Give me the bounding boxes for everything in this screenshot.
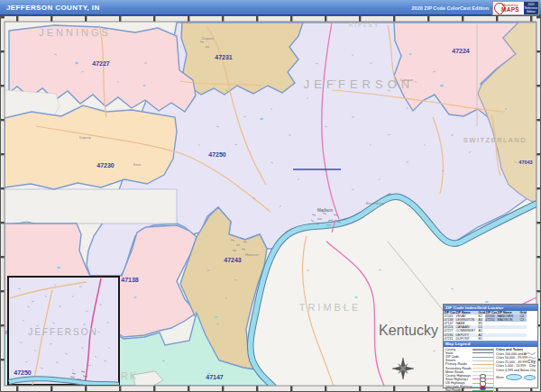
county-label-jennings: JENNINGS (39, 27, 111, 38)
logo-side-panel: 2020 Reference Edition (524, 2, 538, 14)
county-label-trimble: TRIMBLE (299, 302, 362, 313)
inset-zip-label: 47250 (14, 369, 32, 376)
city-text-sample: City (529, 364, 536, 368)
town-label-kent: Kent (133, 162, 142, 167)
zip-label-47250: 47250 (208, 151, 226, 158)
legend-line-sample (472, 388, 493, 392)
ruler-top (5, 15, 536, 22)
title-bar: JEFFERSON COUNTY, IN 2020 ZIP Code Color… (0, 0, 541, 15)
zip-label-47231: 47231 (215, 54, 233, 60)
logo-graphic: Marketing MAPS (493, 2, 524, 14)
logo-main-text: MAPS (501, 6, 519, 13)
zip-label-47243: 47243 (224, 257, 242, 263)
county-area-west (5, 189, 177, 223)
legend-item: Rail Roads (445, 388, 493, 392)
county-label-clark-clipped: RK (121, 370, 138, 381)
state-label-kentucky: Kentucky (379, 323, 438, 338)
index-cell: DUPONT (455, 337, 478, 341)
zip-label-47147: 47147 (206, 374, 224, 380)
edition-label: 2020 ZIP Code ColorCast Edition (412, 5, 489, 11)
town-label-canaan: Canaan (400, 77, 413, 82)
lake-sample-icon (506, 374, 522, 380)
zip-region-47231 (181, 23, 303, 95)
city-size-item: Cities 4,999 and BelowCity (496, 369, 536, 373)
town-label-deputy: Deputy (79, 135, 91, 140)
city-text-sample: City (530, 369, 536, 372)
map-legend-title: Map Legend (444, 341, 537, 347)
town-label-madison: Madison (317, 208, 334, 213)
logo-side-line3: Edition (524, 10, 538, 14)
city-size-item: Cities 5,000 - 24,999City (496, 364, 536, 369)
zip-label-47138: 47138 (121, 277, 139, 283)
madison-inset: JEFFERSON 47250 (8, 277, 119, 385)
zip-region-47230 (5, 105, 177, 189)
map-legend-body: CountyStateZIP CodeStreetsPrimary RoadsS… (444, 347, 537, 392)
legend-panel: ZIP Code Index/Grid Locator ZIP CodeZIP … (443, 304, 538, 388)
legend-item-label: Rail Roads (445, 388, 472, 392)
county-label-jefferson: JEFFERSON (304, 77, 414, 91)
publisher-logo: Marketing MAPS 2020 Reference Edition (492, 1, 539, 15)
legend-line-items: CountyStateZIP CodeStreetsPrimary RoadsS… (445, 348, 493, 392)
town-label-hanover: Hanover (245, 252, 260, 257)
city-size-item: Cities 25,000 - 49,999City (496, 360, 536, 364)
legend-city-items: Cities and Towns Cities 100,000 and Abov… (493, 348, 536, 392)
zip-label-47224: 47224 (452, 48, 470, 54)
city-size-label: Cities 100,000 and Above (496, 352, 527, 356)
zip-label-47227: 47227 (92, 60, 110, 67)
zip-index-table: ZIP CodeZIP NameGridZIP CodeZIP NameGrid… (444, 311, 537, 341)
map-page: JENNINGS RIPLEY JEFFERSON SWITZERLAND TR… (0, 0, 541, 392)
index-cell (485, 337, 497, 341)
town-label-brooksburg: Brooksburg (366, 202, 383, 205)
river-sample-icon (524, 375, 536, 380)
city-size-label: Cities 25,000 - 49,999 (496, 360, 527, 364)
zip-index-title: ZIP Code Index/Grid Locator (444, 305, 537, 311)
city-size-label: Cities 4,999 and Below (496, 369, 530, 372)
legend-water-samples: Water (496, 374, 536, 380)
index-cell (519, 337, 527, 341)
zip-label-47230: 47230 (96, 162, 115, 169)
town-label-dupont: Dupont (202, 36, 215, 41)
city-size-label: Cities 50,000 - 99,999 (496, 356, 528, 360)
county-label-ripley: RIPLEY (348, 22, 380, 28)
index-cell (497, 337, 519, 341)
county-label-switzerland: SWITZERLAND (463, 136, 527, 144)
index-cell: B1 (478, 337, 485, 341)
index-cell: 47231 (444, 337, 455, 341)
inset-county-label: JEFFERSON (28, 327, 97, 337)
city-size-item: Cities 100,000 and Above (496, 351, 536, 356)
water-label: Water (496, 376, 504, 379)
page-title: JEFFERSON COUNTY, IN (6, 4, 100, 12)
city-size-label: Cities 5,000 - 24,999 (496, 364, 529, 368)
zip-label-47043: 47043 (518, 160, 532, 165)
